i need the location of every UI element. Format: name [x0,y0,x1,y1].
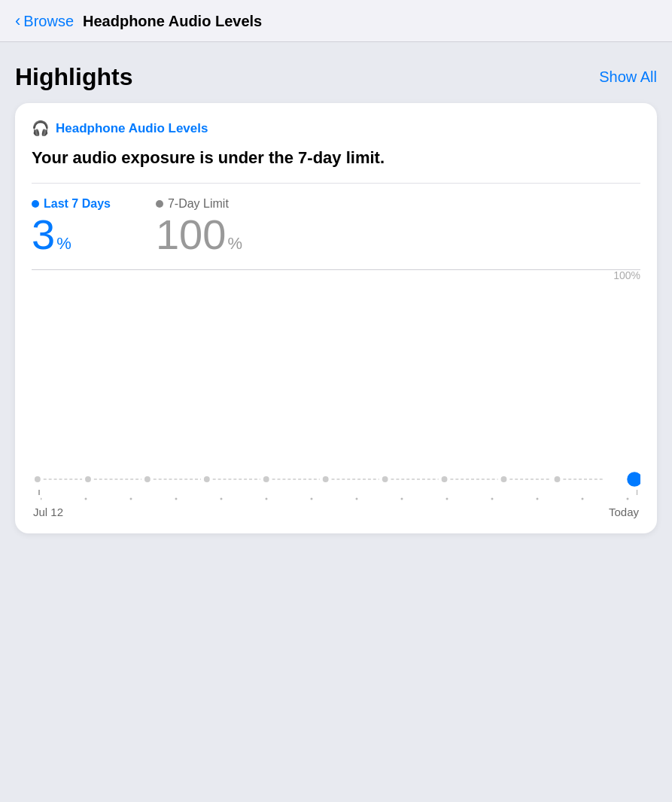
svg-point-30 [446,497,449,500]
svg-point-21 [41,497,42,500]
xaxis-start-label: Jul 12 [33,506,63,518]
stat-limit-unit: % [227,235,242,252]
back-button[interactable]: ‹ Browse [15,12,74,31]
svg-point-6 [204,476,210,482]
main-content: Highlights Show All 🎧 Headphone Audio Le… [0,42,672,554]
stat-last7-unit: % [56,235,71,252]
card-category: 🎧 Headphone Audio Levels [32,120,640,137]
svg-point-0 [35,476,41,482]
svg-point-25 [220,497,223,500]
svg-point-8 [263,476,269,482]
svg-point-2 [85,476,91,482]
svg-point-16 [501,476,507,482]
stat-limit-value: 100 % [156,214,242,256]
stat-last7-value: 3 % [32,214,111,256]
svg-point-29 [401,497,403,500]
svg-point-14 [442,476,448,482]
section-header: Highlights Show All [15,63,657,91]
svg-point-12 [382,476,388,482]
svg-point-20 [627,472,640,487]
svg-point-27 [311,497,313,500]
svg-point-32 [537,497,539,500]
chart-container: 100% [32,269,640,518]
svg-point-24 [175,497,178,500]
card-description: Your audio exposure is under the 7-day l… [32,147,640,169]
stat-last7-label: Last 7 Days [32,197,111,211]
dot-blue-icon [32,200,39,208]
svg-point-4 [144,476,151,482]
svg-point-26 [266,497,268,500]
svg-point-18 [555,476,561,482]
svg-point-10 [323,476,329,482]
highlight-card[interactable]: 🎧 Headphone Audio Levels Your audio expo… [15,103,657,533]
svg-point-28 [356,497,358,500]
stat-limit: 7-Day Limit 100 % [156,197,242,256]
navigation-bar: ‹ Browse Headphone Audio Levels [0,0,672,42]
chevron-left-icon: ‹ [15,11,20,31]
card-divider [32,183,640,184]
back-label: Browse [23,13,74,30]
section-title: Highlights [15,63,132,91]
svg-point-31 [491,497,494,500]
svg-point-33 [582,497,584,500]
stat-last7: Last 7 Days 3 % [32,197,111,256]
svg-point-22 [85,497,87,500]
svg-point-34 [627,497,629,500]
card-category-label: Headphone Audio Levels [56,121,208,136]
xaxis-row: Jul 12 Today [32,506,640,518]
page-title: Headphone Audio Levels [83,13,262,30]
stats-row: Last 7 Days 3 % 7-Day Limit 100 % [32,197,640,256]
dot-gray-icon [156,200,163,208]
show-all-button[interactable]: Show All [599,68,657,86]
timeline-svg [32,472,640,487]
svg-point-23 [130,497,132,500]
timeline-row [32,472,640,487]
stat-limit-label: 7-Day Limit [156,197,242,211]
xaxis-end-label: Today [609,506,639,518]
headphone-icon: 🎧 [32,120,50,137]
chart-area [32,270,640,466]
